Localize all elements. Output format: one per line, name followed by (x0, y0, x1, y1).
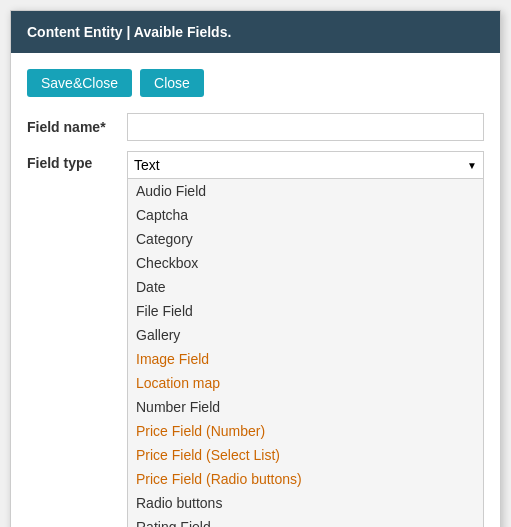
list-item[interactable]: Price Field (Select List) (128, 443, 483, 467)
list-item[interactable]: Price Field (Number) (128, 419, 483, 443)
list-item[interactable]: Rating Field (128, 515, 483, 527)
list-item[interactable]: Captcha (128, 203, 483, 227)
field-name-label: Field name* (27, 119, 127, 135)
modal-container: Content Entity | Avaible Fields. Save&Cl… (10, 10, 501, 527)
field-type-label: Field type (27, 151, 127, 171)
save-close-button[interactable]: Save&Close (27, 69, 132, 97)
list-item[interactable]: Location map (128, 371, 483, 395)
list-item[interactable]: Number Field (128, 395, 483, 419)
modal-header: Content Entity | Avaible Fields. (11, 11, 500, 53)
list-item[interactable]: Radio buttons (128, 491, 483, 515)
button-row: Save&Close Close (27, 69, 484, 97)
list-item[interactable]: Category (128, 227, 483, 251)
dropdown-list: Audio FieldCaptchaCategoryCheckboxDateFi… (127, 179, 484, 527)
dropdown-wrapper: Text ▼ Audio FieldCaptchaCategoryCheckbo… (127, 151, 484, 527)
list-item[interactable]: Date (128, 275, 483, 299)
field-name-row: Field name* (27, 113, 484, 141)
field-name-input[interactable] (127, 113, 484, 141)
modal-title: Content Entity | Avaible Fields. (27, 24, 231, 40)
list-item[interactable]: Gallery (128, 323, 483, 347)
field-type-value: Text (134, 157, 160, 173)
list-item[interactable]: Audio Field (128, 179, 483, 203)
field-type-select[interactable]: Text ▼ (127, 151, 484, 179)
list-item[interactable]: File Field (128, 299, 483, 323)
field-type-row: Field type Text ▼ Audio FieldCaptchaCate… (27, 151, 484, 527)
chevron-down-icon: ▼ (467, 160, 477, 171)
list-item[interactable]: Image Field (128, 347, 483, 371)
list-item[interactable]: Checkbox (128, 251, 483, 275)
modal-body: Save&Close Close Field name* Field type … (11, 53, 500, 527)
close-button[interactable]: Close (140, 69, 204, 97)
list-item[interactable]: Price Field (Radio buttons) (128, 467, 483, 491)
